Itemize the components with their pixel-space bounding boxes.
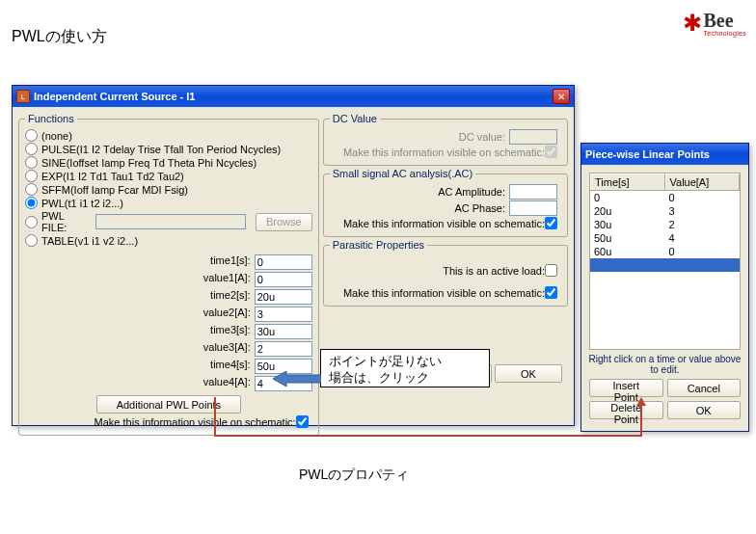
- time2-label: time2[s]:: [131, 289, 251, 305]
- dialog-title: Independent Current Source - I1: [34, 91, 553, 102]
- callout-line1: ポイントが足りない: [329, 354, 481, 370]
- pwl-table[interactable]: Time[s] Value[A] 00 20u3 30u2 50u4 60u0: [589, 173, 741, 350]
- table-row: 20u3: [590, 204, 740, 218]
- pwl-points-dialog: Piece-wise Linear Points Time[s] Value[A…: [580, 143, 749, 432]
- value2-input[interactable]: [255, 307, 312, 322]
- active-load-label: This is an active load:: [443, 265, 545, 277]
- dc-legend: DC Value: [330, 113, 380, 124]
- browse-button[interactable]: Browse: [256, 213, 312, 231]
- functions-legend: Functions: [25, 113, 77, 124]
- ac-group: Small signal AC analysis(.AC) AC Amplitu…: [323, 168, 568, 237]
- page-title: PWLの使い方: [12, 27, 107, 47]
- ac-phase-label: AC Phase:: [454, 202, 505, 214]
- radio-pulse[interactable]: PULSE(I1 I2 Tdelay Trise Tfall Ton Perio…: [25, 143, 312, 155]
- parasitic-group: Parasitic Properties This is an active l…: [323, 239, 568, 307]
- time3-input[interactable]: [255, 324, 312, 339]
- make-visible-check[interactable]: [296, 415, 309, 428]
- pwl-title: Piece-wise Linear Points: [585, 148, 744, 160]
- time1-input[interactable]: [255, 254, 312, 270]
- radio-sine[interactable]: SINE(Ioffset Iamp Freq Td Theta Phi Ncyc…: [25, 156, 312, 169]
- burst-icon: ✱: [683, 10, 702, 37]
- bottom-label: PWLのプロパティ: [299, 467, 409, 484]
- radio-pwl[interactable]: PWL(t1 i1 t2 i2...): [25, 197, 312, 209]
- make-visible-label: Make this information visible on schemat…: [94, 416, 296, 428]
- ac-amp-label: AC Amplitude:: [438, 186, 505, 198]
- pwl-cancel-button[interactable]: Cancel: [667, 379, 742, 397]
- pwl-hint1: Right click on a time or value above: [587, 354, 742, 364]
- delete-point-button[interactable]: Delete Point: [589, 401, 663, 419]
- parasitic-legend: Parasitic Properties: [330, 239, 427, 251]
- ac-visible-label: Make this information visible on schemat…: [343, 218, 545, 229]
- dc-visible-check: [545, 146, 557, 158]
- dc-visible-label: Make this information visible on schemat…: [343, 147, 545, 158]
- table-row-selected: [590, 258, 740, 272]
- radio-sffm[interactable]: SFFM(Ioff Iamp Fcar MDI Fsig): [25, 183, 312, 196]
- table-row: 50u4: [590, 231, 740, 245]
- ac-visible-check[interactable]: [545, 217, 557, 229]
- additional-pwl-button[interactable]: Additional PWL Points: [96, 395, 241, 414]
- blue-arrow-icon: [273, 371, 321, 387]
- titlebar: L Independent Current Source - I1 ✕: [13, 86, 574, 107]
- ac-amp-input[interactable]: [509, 184, 557, 200]
- pwlfile-input[interactable]: [95, 214, 246, 229]
- dc-label: DC value:: [459, 131, 505, 143]
- ac-phase-input[interactable]: [509, 200, 557, 216]
- functions-group: Functions (none) PULSE(I1 I2 Tdelay Tris…: [18, 113, 319, 436]
- pwl-hint2: to edit.: [587, 364, 742, 375]
- time4-label: time4[s]:: [131, 359, 251, 374]
- value1-label: value1[A]:: [131, 272, 251, 287]
- value3-input[interactable]: [255, 341, 312, 357]
- col-time[interactable]: Time[s]: [590, 174, 665, 190]
- app-icon: L: [16, 90, 30, 103]
- table-row: 00: [590, 191, 740, 204]
- dc-input: [509, 129, 557, 145]
- logo: ✱ Bee Technologies: [683, 10, 746, 37]
- pwl-titlebar: Piece-wise Linear Points: [581, 144, 748, 165]
- value1-input[interactable]: [255, 272, 312, 287]
- svg-marker-0: [273, 371, 321, 387]
- radio-none[interactable]: (none): [25, 129, 312, 142]
- insert-point-button[interactable]: Insert Point: [589, 379, 663, 397]
- parasitic-visible-label: Make this information visible on schemat…: [343, 287, 545, 299]
- dc-group: DC Value DC value: Make this information…: [323, 113, 568, 166]
- value3-label: value3[A]:: [131, 341, 251, 357]
- callout: ポイントが足りない 場合は、クリック: [320, 349, 490, 387]
- time2-input[interactable]: [255, 289, 312, 305]
- logo-bee: Bee: [704, 11, 746, 30]
- time1-label: time1[s]:: [131, 254, 251, 270]
- radio-exp[interactable]: EXP(I1 I2 Td1 Tau1 Td2 Tau2): [25, 170, 312, 182]
- radio-table[interactable]: TABLE(v1 i1 v2 i2...): [25, 234, 312, 247]
- callout-line2: 場合は、クリック: [329, 370, 481, 387]
- col-value[interactable]: Value[A]: [665, 174, 741, 190]
- close-icon[interactable]: ✕: [553, 89, 570, 104]
- logo-tech: Technologies: [704, 30, 746, 37]
- time3-label: time3[s]:: [131, 324, 251, 339]
- active-load-check[interactable]: [545, 264, 557, 277]
- pwl-ok-button[interactable]: OK: [667, 401, 742, 419]
- ac-legend: Small signal AC analysis(.AC): [330, 168, 476, 179]
- table-row: 30u2: [590, 218, 740, 231]
- value4-label: value4[A]:: [131, 376, 251, 391]
- radio-pwlfile[interactable]: PWL FILE: Browse: [25, 210, 312, 233]
- ok-button[interactable]: OK: [495, 364, 562, 383]
- table-row: 60u0: [590, 245, 740, 258]
- parasitic-visible-check[interactable]: [545, 286, 557, 299]
- value2-label: value2[A]:: [131, 307, 251, 322]
